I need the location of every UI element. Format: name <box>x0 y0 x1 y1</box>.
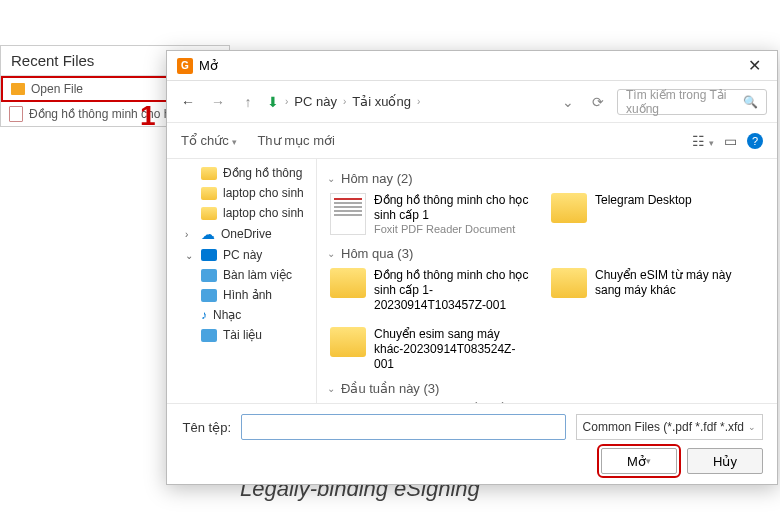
chevron-down-icon: ⌄ <box>327 383 335 394</box>
tree-item[interactable]: laptop cho sinh <box>167 203 316 223</box>
annotation-1: 1 <box>140 100 156 132</box>
folder-icon <box>201 207 217 220</box>
tree-label: Nhạc <box>213 308 241 322</box>
breadcrumb-root[interactable]: PC này <box>294 94 337 109</box>
search-input[interactable]: Tìm kiếm trong Tải xuống 🔍 <box>617 89 767 115</box>
file-type: Foxit PDF Reader Document <box>374 223 529 237</box>
chevron-right-icon: › <box>343 96 346 107</box>
file-name: Telegram Desktop <box>595 193 692 208</box>
tree-label: laptop cho sinh <box>223 186 304 200</box>
chevron-right-icon: › <box>285 96 288 107</box>
filetype-select[interactable]: Common Files (*.pdf *.fdf *.xfd ⌄ <box>576 414 763 440</box>
pdf-file-icon <box>9 106 23 122</box>
recent-files-title: Recent Files <box>11 52 94 69</box>
tree-label: laptop cho sinh <box>223 206 304 220</box>
file-item[interactable]: Đồng hồ thông minh cho học sinh cấp 1-20… <box>327 265 532 316</box>
help-icon[interactable]: ? <box>747 133 763 149</box>
folder-icon <box>551 193 587 223</box>
file-name: Đồng hồ thông minh cho học sinh cấp 1 <box>374 193 529 223</box>
expand-icon[interactable]: › <box>185 229 195 240</box>
file-name: Chuyển eSIM từ máy này sang máy khác <box>595 268 750 298</box>
file-name: Đồng hồ thông minh cho học sinh cấp 1-20… <box>374 268 529 313</box>
folder-icon <box>201 329 217 342</box>
search-icon: 🔍 <box>743 95 758 109</box>
breadcrumb[interactable]: ⬇ › PC này › Tải xuống › <box>267 94 549 110</box>
organize-button[interactable]: Tổ chức ▾ <box>181 133 237 148</box>
download-icon: ⬇ <box>267 94 279 110</box>
pdf-thumb-icon <box>330 193 366 235</box>
folder-icon <box>201 269 217 282</box>
breadcrumb-folder[interactable]: Tải xuống <box>352 94 411 109</box>
tree-label: Đồng hồ thông <box>223 166 302 180</box>
file-group-header[interactable]: ⌄Đầu tuần này (3) <box>327 381 767 396</box>
chevron-down-icon: ⌄ <box>327 173 335 184</box>
recent-document-label: Đồng hồ thông minh cho học <box>29 107 183 121</box>
folder-open-icon <box>11 83 25 95</box>
view-options-icon[interactable]: ☷ ▾ <box>692 133 714 149</box>
group-label: Đầu tuần này (3) <box>341 381 439 396</box>
filetype-value: Common Files (*.pdf *.fdf *.xfd <box>583 420 744 434</box>
nav-back-icon[interactable]: ← <box>177 91 199 113</box>
search-placeholder: Tìm kiếm trong Tải xuống <box>626 88 743 116</box>
file-item[interactable]: Chuyển esim sang máy khác-20230914T08352… <box>327 324 532 375</box>
file-group-header[interactable]: ⌄Hôm nay (2) <box>327 171 767 186</box>
tree-item[interactable]: Hình ảnh <box>167 285 316 305</box>
dialog-footer: Tên tệp: Common Files (*.pdf *.fdf *.xfd… <box>167 403 777 484</box>
tree-label: Tài liệu <box>223 328 262 342</box>
foxit-icon: G <box>177 58 193 74</box>
tree-label: Hình ảnh <box>223 288 272 302</box>
tree-item[interactable]: Tài liệu <box>167 325 316 345</box>
tree-item[interactable]: laptop cho sinh <box>167 183 316 203</box>
folder-tree: Đồng hồ thônglaptop cho sinhlaptop cho s… <box>167 159 317 403</box>
dialog-titlebar: G Mở ✕ <box>167 51 777 81</box>
folder-icon <box>330 268 366 298</box>
tree-item[interactable]: ›☁OneDrive <box>167 223 316 245</box>
refresh-icon[interactable]: ⟳ <box>587 91 609 113</box>
group-label: Hôm qua (3) <box>341 246 413 261</box>
tree-item[interactable]: Bàn làm việc <box>167 265 316 285</box>
music-icon: ♪ <box>201 308 207 322</box>
filename-label: Tên tệp: <box>181 420 231 435</box>
folder-icon <box>201 289 217 302</box>
filename-input[interactable] <box>241 414 566 440</box>
folder-icon <box>201 187 217 200</box>
open-file-label: Open File <box>31 82 83 96</box>
file-name: Chuyển esim sang máy khác-20230914T08352… <box>374 327 529 372</box>
tree-label: Bàn làm việc <box>223 268 292 282</box>
chevron-down-icon: ⌄ <box>748 422 756 432</box>
folder-icon <box>201 167 217 180</box>
dialog-title: Mở <box>199 58 218 73</box>
pc-icon <box>201 249 217 261</box>
file-item[interactable]: Chuyển eSIM từ máy này sang máy khác <box>548 265 753 316</box>
nav-up-icon[interactable]: ↑ <box>237 91 259 113</box>
file-group-header[interactable]: ⌄Hôm qua (3) <box>327 246 767 261</box>
file-list: ⌄Hôm nay (2)Đồng hồ thông minh cho học s… <box>317 159 777 403</box>
file-item[interactable]: Đồng hồ thông minh cho học sinh cấp 1Fox… <box>327 190 532 240</box>
chevron-down-icon: ▾ <box>232 137 237 147</box>
folder-icon <box>330 327 366 357</box>
cancel-button[interactable]: Hủy <box>687 448 763 474</box>
dialog-toolbar: Tổ chức ▾ Thư mục mới ☷ ▾ ▭ ? <box>167 123 777 159</box>
tree-item[interactable]: ⌄PC này <box>167 245 316 265</box>
tree-item[interactable]: ♪Nhạc <box>167 305 316 325</box>
open-button[interactable]: Mở ▾ <box>601 448 677 474</box>
file-item[interactable]: Telegram Desktop <box>548 190 753 240</box>
new-folder-button[interactable]: Thư mục mới <box>257 133 334 148</box>
close-icon[interactable]: ✕ <box>742 54 767 77</box>
chevron-right-icon: › <box>417 96 420 107</box>
group-label: Hôm nay (2) <box>341 171 413 186</box>
nav-forward-icon[interactable]: → <box>207 91 229 113</box>
open-file-dialog: G Mở ✕ ← → ↑ ⬇ › PC này › Tải xuống › ⌄ … <box>166 50 778 485</box>
cloud-icon: ☁ <box>201 226 215 242</box>
breadcrumb-dropdown-icon[interactable]: ⌄ <box>557 91 579 113</box>
tree-label: OneDrive <box>221 227 272 241</box>
tree-item[interactable]: Đồng hồ thông <box>167 163 316 183</box>
expand-icon[interactable]: ⌄ <box>185 250 195 261</box>
dialog-nav: ← → ↑ ⬇ › PC này › Tải xuống › ⌄ ⟳ Tìm k… <box>167 81 777 123</box>
chevron-down-icon: ⌄ <box>327 248 335 259</box>
folder-icon <box>551 268 587 298</box>
preview-pane-icon[interactable]: ▭ <box>724 133 737 149</box>
tree-label: PC này <box>223 248 262 262</box>
